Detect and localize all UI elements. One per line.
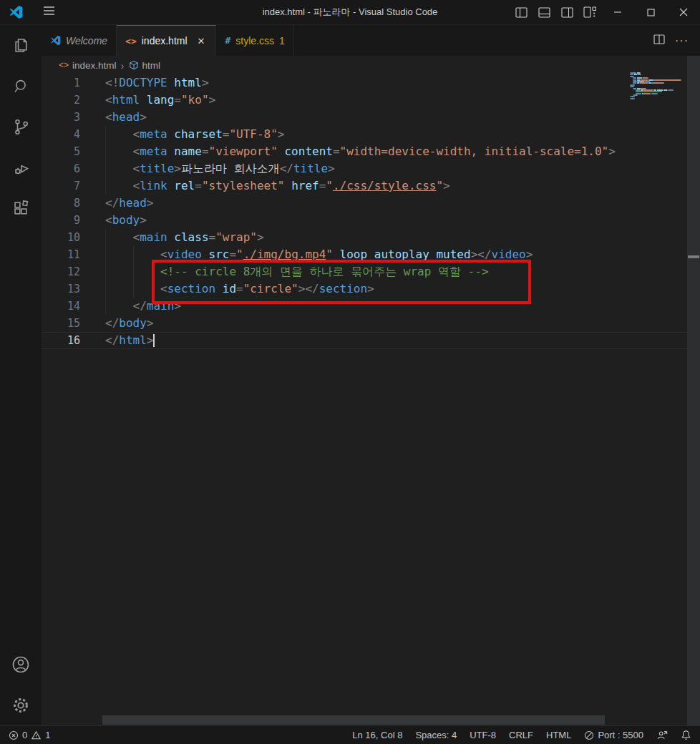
run-debug-icon[interactable]: [0, 147, 42, 188]
code-line[interactable]: 12 <!-- circle 8개의 면을 하나로 묶어주는 wrap 역할 -…: [42, 263, 700, 280]
line-number[interactable]: 5: [42, 143, 80, 160]
tab-style-css[interactable]: # style.css 1: [216, 25, 293, 56]
tab-index-html[interactable]: <> index.html ✕: [117, 25, 216, 56]
line-number[interactable]: 9: [42, 212, 80, 229]
editor-group: Welcome <> index.html ✕ # style.css 1 ··…: [42, 25, 700, 725]
error-icon: [9, 730, 19, 740]
code-line[interactable]: 6 <title>파노라마 회사소개</title>: [42, 160, 700, 177]
code-line[interactable]: 14 </main>: [42, 298, 700, 315]
tab-label: style.css: [235, 35, 274, 46]
split-editor-icon[interactable]: [653, 34, 665, 47]
breadcrumb-separator-icon: ›: [121, 59, 125, 72]
cursor-overview-mark: [688, 255, 699, 258]
code-line[interactable]: 3<head>: [42, 109, 700, 126]
line-number[interactable]: 14: [42, 298, 80, 315]
tab-label: Welcome: [66, 35, 107, 46]
code-line[interactable]: 2<html lang="ko">: [42, 92, 700, 109]
css-file-icon: #: [225, 35, 230, 46]
circle-slash-icon: [584, 730, 594, 740]
code-line[interactable]: 11 <video src="./img/bg.mp4" loop autopl…: [42, 246, 700, 263]
line-number[interactable]: 6: [42, 160, 80, 177]
close-tab-icon[interactable]: ✕: [195, 35, 208, 47]
code-editor[interactable]: 1<!DOCTYPE html>2<html lang="ko">3<head>…: [42, 74, 700, 349]
code-line-text: <title>파노라마 회사소개</title>: [80, 160, 335, 177]
warning-icon: [31, 730, 42, 740]
eol-sequence[interactable]: CRLF: [502, 726, 540, 744]
indent-guide-line: [133, 263, 134, 280]
toggle-secondary-sidebar-icon[interactable]: [555, 0, 578, 24]
toggle-panel-icon[interactable]: [533, 0, 555, 24]
notifications-bell-icon[interactable]: [674, 726, 693, 744]
settings-gear-icon[interactable]: [0, 685, 42, 725]
code-line[interactable]: 4 <meta charset="UTF-8">: [42, 126, 700, 143]
breadcrumb-file[interactable]: <> index.html: [59, 60, 117, 71]
breadcrumb: <> index.html › html: [42, 56, 700, 74]
breadcrumb-symbol[interactable]: html: [129, 60, 161, 71]
code-line-text: <link rel="stylesheet" href="./css/style…: [80, 177, 450, 195]
problems-indicator[interactable]: 0 1: [7, 726, 53, 744]
code-lines: 1<!DOCTYPE html>2<html lang="ko">3<head>…: [42, 74, 700, 349]
horizontal-scrollbar[interactable]: [102, 715, 605, 725]
close-window-button[interactable]: [667, 0, 700, 24]
cursor-position[interactable]: Ln 16, Col 8: [346, 726, 409, 744]
encoding[interactable]: UTF-8: [463, 726, 502, 744]
code-line[interactable]: 10 <main class="wrap">: [42, 229, 700, 246]
code-line[interactable]: 7 <link rel="stylesheet" href="./css/sty…: [42, 177, 700, 195]
line-number[interactable]: 2: [42, 92, 80, 109]
code-line-text: <body>: [80, 212, 147, 229]
activity-bar: [0, 25, 42, 725]
menu-icon[interactable]: [40, 3, 58, 21]
line-number[interactable]: 7: [42, 177, 80, 195]
line-number[interactable]: 11: [42, 246, 80, 263]
indent-guide-line: [105, 160, 106, 177]
vscode-logo-icon: [50, 35, 61, 46]
tab-welcome[interactable]: Welcome: [42, 25, 117, 56]
code-line[interactable]: 5 <meta name="viewport" content="width=d…: [42, 143, 700, 160]
search-icon[interactable]: [0, 66, 42, 107]
line-number[interactable]: 4: [42, 126, 80, 143]
line-number[interactable]: 8: [42, 195, 80, 212]
explorer-icon[interactable]: [0, 25, 42, 66]
code-line-text: <html lang="ko">: [80, 92, 215, 109]
customize-layout-icon[interactable]: [578, 0, 601, 24]
symbol-cube-icon: [129, 60, 139, 70]
code-line[interactable]: 15</body>: [42, 315, 700, 332]
code-line[interactable]: 1<!DOCTYPE html>: [42, 74, 700, 92]
indent-guide-line: [105, 280, 106, 298]
line-number[interactable]: 15: [42, 315, 80, 332]
vscode-logo-icon: [9, 5, 23, 19]
line-number[interactable]: 12: [42, 263, 80, 280]
code-line-text: <meta name="viewport" content="width=dev…: [80, 143, 616, 160]
line-number[interactable]: 10: [42, 229, 80, 246]
live-server-port[interactable]: Port : 5500: [578, 726, 650, 744]
status-bar: 0 1 Ln 16, Col 8 Spaces: 4 UTF-8 CRLF HT…: [0, 725, 700, 744]
code-line[interactable]: 13 <section id="circle"></section>: [42, 280, 700, 298]
extensions-icon[interactable]: [0, 188, 42, 229]
language-mode[interactable]: HTML: [540, 726, 578, 744]
feedback-icon[interactable]: [650, 726, 674, 744]
indent-guide-line: [105, 143, 106, 160]
html-file-icon: <>: [125, 36, 137, 46]
indentation[interactable]: Spaces: 4: [409, 726, 463, 744]
source-control-icon[interactable]: [0, 107, 42, 147]
line-number[interactable]: 16: [42, 332, 80, 349]
title-bar: index.html - 파노라마 - Visual Studio Code: [0, 0, 700, 25]
minimap-content: [630, 72, 687, 99]
vertical-scrollbar[interactable]: [687, 56, 700, 725]
tab-bar: Welcome <> index.html ✕ # style.css 1 ··…: [42, 25, 700, 56]
code-line[interactable]: 9<body>: [42, 212, 700, 229]
code-line-text: <main class="wrap">: [80, 229, 264, 246]
minimize-button[interactable]: [601, 0, 634, 24]
line-number[interactable]: 3: [42, 109, 80, 126]
minimap[interactable]: [630, 72, 687, 99]
account-icon[interactable]: [0, 644, 42, 685]
line-number[interactable]: 1: [42, 74, 80, 92]
more-actions-icon[interactable]: ···: [675, 34, 689, 47]
code-line[interactable]: 8</head>: [42, 195, 700, 212]
code-line-text: </body>: [80, 315, 153, 332]
line-number[interactable]: 13: [42, 280, 80, 298]
toggle-primary-sidebar-icon[interactable]: [510, 0, 533, 24]
maximize-button[interactable]: [634, 0, 667, 24]
problem-count-badge: 1: [279, 35, 285, 46]
code-line[interactable]: 16</html>: [42, 332, 700, 349]
